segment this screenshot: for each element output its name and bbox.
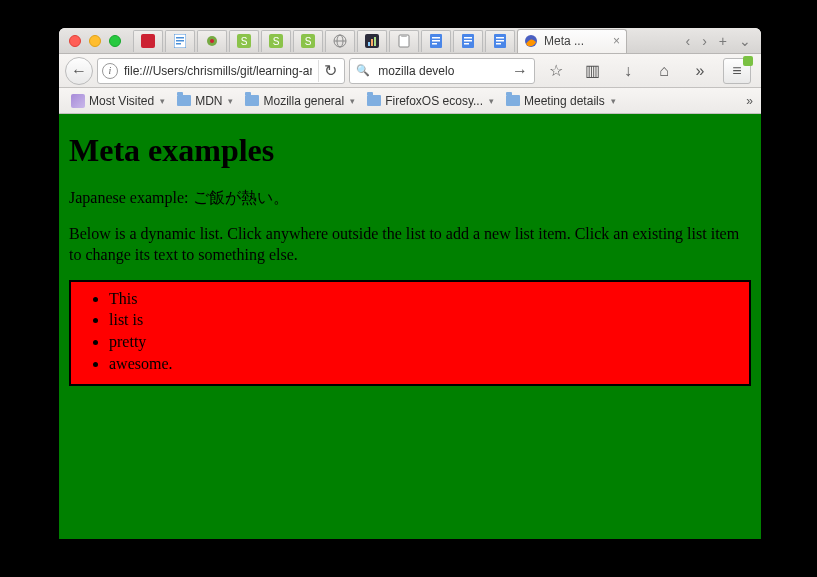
svg-rect-31 [496, 37, 504, 39]
google-doc-icon [430, 34, 442, 48]
svg-text:S: S [241, 36, 248, 47]
app-menu-button[interactable]: ≡ [723, 58, 751, 84]
pinned-tab-12[interactable] [485, 30, 515, 52]
svg-rect-3 [176, 40, 184, 42]
bookmark-item[interactable]: MDN▾ [173, 92, 237, 110]
svg-text:S: S [273, 36, 280, 47]
search-bar[interactable]: 🔍 → [349, 58, 535, 84]
list-item[interactable]: list is [109, 309, 739, 331]
bookmarks-bar: Most Visited▾MDN▾Mozilla general▾Firefox… [59, 88, 761, 114]
library-button[interactable]: ▥ [579, 59, 605, 83]
pinned-tab-5[interactable]: S [261, 30, 291, 52]
svg-rect-21 [401, 34, 407, 37]
pinned-tab-8[interactable] [357, 30, 387, 52]
site-info-button[interactable]: i [102, 63, 118, 79]
pinned-tab-6[interactable]: S [293, 30, 323, 52]
folder-icon [245, 95, 259, 106]
folder-icon [506, 95, 520, 106]
minimize-window-button[interactable] [89, 35, 101, 47]
back-button[interactable]: ← [65, 57, 93, 85]
chevron-down-icon: ▾ [350, 96, 355, 106]
clipboard-icon [398, 34, 410, 48]
bookmark-item[interactable]: Most Visited▾ [67, 92, 169, 110]
bookmark-star-button[interactable]: ☆ [543, 59, 569, 83]
list-item[interactable]: awesome. [109, 353, 739, 375]
svg-point-6 [210, 39, 214, 43]
svg-rect-23 [432, 37, 440, 39]
home-button[interactable]: ⌂ [651, 59, 677, 83]
chevron-down-icon: ▾ [489, 96, 494, 106]
svg-rect-17 [368, 42, 370, 46]
svg-text:S: S [305, 36, 312, 47]
tab-scroll-right-button[interactable]: › [702, 33, 707, 49]
toolbar-overflow-button[interactable]: » [687, 59, 713, 83]
page-heading: Meta examples [69, 132, 751, 169]
bookmark-item[interactable]: FirefoxOS ecosy...▾ [363, 92, 498, 110]
downloads-button[interactable]: ↓ [615, 59, 641, 83]
svg-rect-32 [496, 40, 504, 42]
tab-title: Meta ... [544, 34, 607, 48]
active-tab[interactable]: Meta ... × [517, 29, 627, 53]
chevron-down-icon: ▾ [160, 96, 165, 106]
dynamic-list: Thislist isprettyawesome. [81, 288, 739, 374]
pinned-tab-1[interactable] [133, 30, 163, 52]
folder-icon [367, 95, 381, 106]
bookmark-item[interactable]: Mozilla general▾ [241, 92, 359, 110]
new-tab-button[interactable]: + [719, 33, 727, 49]
folder-icon [177, 95, 191, 106]
browser-window: S S S Meta ... × ‹ › + ⌄ ← i [59, 28, 761, 539]
pinned-tab-2[interactable] [165, 30, 195, 52]
pinned-tab-11[interactable] [453, 30, 483, 52]
japanese-example-text: Japanese example: ご飯が熱い。 [69, 187, 751, 209]
search-input[interactable] [376, 63, 506, 79]
pinned-tab-10[interactable] [421, 30, 451, 52]
pinned-tabs: S S S [133, 30, 515, 52]
list-item[interactable]: pretty [109, 331, 739, 353]
url-input[interactable] [122, 63, 314, 79]
update-badge-icon [743, 56, 753, 66]
instructions-text: Below is a dynamic list. Click anywhere … [69, 223, 751, 266]
svg-rect-4 [176, 43, 181, 45]
bookmark-label: FirefoxOS ecosy... [385, 94, 483, 108]
dynamic-list-box[interactable]: Thislist isprettyawesome. [69, 280, 751, 386]
google-doc-icon [462, 34, 474, 48]
red-app-icon [141, 34, 155, 48]
pinned-tab-9[interactable] [389, 30, 419, 52]
green-s-icon: S [301, 34, 315, 48]
bug-icon [205, 34, 219, 48]
tab-close-button[interactable]: × [613, 34, 620, 48]
green-s-icon: S [237, 34, 251, 48]
reload-button[interactable]: ↻ [318, 60, 342, 82]
search-go-button[interactable]: → [512, 62, 528, 80]
firefox-icon [524, 34, 538, 48]
bookmarks-overflow-button[interactable]: » [746, 94, 753, 108]
pinned-tab-7[interactable] [325, 30, 355, 52]
globe-icon [333, 34, 347, 48]
svg-rect-29 [464, 43, 469, 45]
bookmark-label: MDN [195, 94, 222, 108]
bookmark-label: Mozilla general [263, 94, 344, 108]
list-item[interactable]: This [109, 288, 739, 310]
titlebar: S S S Meta ... × ‹ › + ⌄ [59, 28, 761, 54]
pinned-tab-4[interactable]: S [229, 30, 259, 52]
arrow-left-icon: ← [71, 62, 87, 80]
page-content[interactable]: Meta examples Japanese example: ご飯が熱い。 B… [59, 114, 761, 539]
svg-rect-0 [141, 34, 155, 48]
navigation-toolbar: ← i ↻ 🔍 → ☆ ▥ ↓ ⌂ » ≡ [59, 54, 761, 88]
maximize-window-button[interactable] [109, 35, 121, 47]
url-bar[interactable]: i ↻ [97, 58, 345, 84]
tabbar-controls: ‹ › + ⌄ [685, 33, 761, 49]
svg-rect-2 [176, 37, 184, 39]
svg-rect-27 [464, 37, 472, 39]
most-visited-icon [71, 94, 85, 108]
pinned-tab-3[interactable] [197, 30, 227, 52]
svg-rect-19 [374, 37, 376, 46]
svg-rect-25 [432, 43, 437, 45]
close-window-button[interactable] [69, 35, 81, 47]
bookmark-item[interactable]: Meeting details▾ [502, 92, 620, 110]
chevron-down-icon: ▾ [611, 96, 616, 106]
tabs-overflow-button[interactable]: ⌄ [739, 33, 751, 49]
toolbar-right: ☆ ▥ ↓ ⌂ » ≡ [539, 58, 755, 84]
bookmark-label: Most Visited [89, 94, 154, 108]
tab-scroll-left-button[interactable]: ‹ [685, 33, 690, 49]
